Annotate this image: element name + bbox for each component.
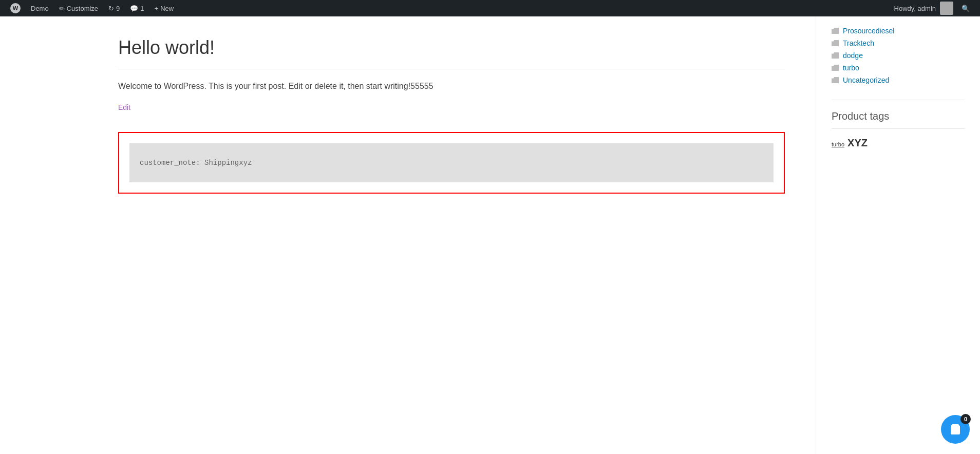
product-tags-list: turbo XYZ [832, 137, 965, 149]
category-link-prosourcediesel[interactable]: Prosourcediesel [843, 27, 894, 35]
folder-icon [832, 77, 839, 83]
list-item: Uncategorized [832, 76, 965, 84]
red-border-section: customer_note: Shippingxyz [118, 132, 785, 194]
list-item: Prosourcediesel [832, 27, 965, 35]
category-link-tracktech[interactable]: Tracktech [843, 39, 874, 47]
cart-count-badge: 0 [960, 414, 971, 424]
adminbar-customize[interactable]: ✏ Customize [55, 0, 102, 16]
adminbar-updates[interactable]: ↻ 9 [104, 0, 124, 16]
folder-icon [832, 52, 839, 59]
product-tags-divider [832, 128, 965, 129]
adminbar-comments-count: 1 [140, 5, 144, 12]
post-divider [118, 69, 785, 69]
sidebar: Prosourcediesel Tracktech dodge turbo Un… [816, 16, 980, 454]
wp-logo-icon: W [10, 3, 21, 13]
sidebar-categories: Prosourcediesel Tracktech dodge turbo Un… [832, 27, 965, 84]
adminbar-new-label: New [160, 5, 174, 12]
adminbar-items: W Demo ✏ Customize ↻ 9 💬 1 + New [6, 0, 894, 16]
product-tags-title: Product tags [832, 110, 965, 122]
adminbar-customize-label: Customize [67, 5, 98, 12]
adminbar-comments[interactable]: 💬 1 [126, 0, 148, 16]
adminbar-wp-logo[interactable]: W [6, 0, 25, 16]
adminbar-demo[interactable]: Demo [27, 0, 53, 16]
folder-icon [832, 65, 839, 71]
category-link-uncategorized[interactable]: Uncategorized [843, 76, 889, 84]
list-item: Tracktech [832, 39, 965, 47]
pencil-icon: ✏ [59, 5, 65, 12]
adminbar-new[interactable]: + New [150, 0, 178, 16]
folder-icon [832, 40, 839, 46]
adminbar-greeting: Howdy, admin [894, 5, 936, 12]
search-icon[interactable]: 🔍 [957, 5, 974, 12]
main-content: Hello world! Welcome to WordPress. This … [0, 16, 816, 454]
code-block: customer_note: Shippingxyz [129, 143, 774, 182]
adminbar-avatar [940, 2, 953, 15]
folder-icon [832, 28, 839, 34]
product-tag-turbo[interactable]: turbo [832, 141, 844, 147]
adminbar-updates-count: 9 [116, 5, 120, 12]
post-content: Welcome to WordPress. This is your first… [118, 80, 785, 93]
product-tag-xyz[interactable]: XYZ [847, 137, 868, 149]
sidebar-divider [832, 100, 965, 100]
plus-icon: + [155, 5, 159, 12]
post-edit-link[interactable]: Edit [118, 103, 130, 111]
code-content: customer_note: Shippingxyz [140, 159, 252, 167]
page-wrapper: Hello world! Welcome to WordPress. This … [0, 16, 980, 454]
cart-button[interactable]: 0 [941, 415, 970, 444]
category-link-turbo[interactable]: turbo [843, 64, 859, 72]
refresh-icon: ↻ [108, 5, 114, 12]
list-item: turbo [832, 64, 965, 72]
category-link-dodge[interactable]: dodge [843, 51, 863, 60]
post-title: Hello world! [118, 37, 785, 59]
cart-icon [949, 423, 962, 436]
admin-bar: W Demo ✏ Customize ↻ 9 💬 1 + New Howdy, … [0, 0, 980, 16]
comment-icon: 💬 [130, 5, 138, 12]
adminbar-demo-label: Demo [31, 5, 49, 12]
list-item: dodge [832, 51, 965, 60]
adminbar-right: Howdy, admin 🔍 [894, 2, 974, 15]
